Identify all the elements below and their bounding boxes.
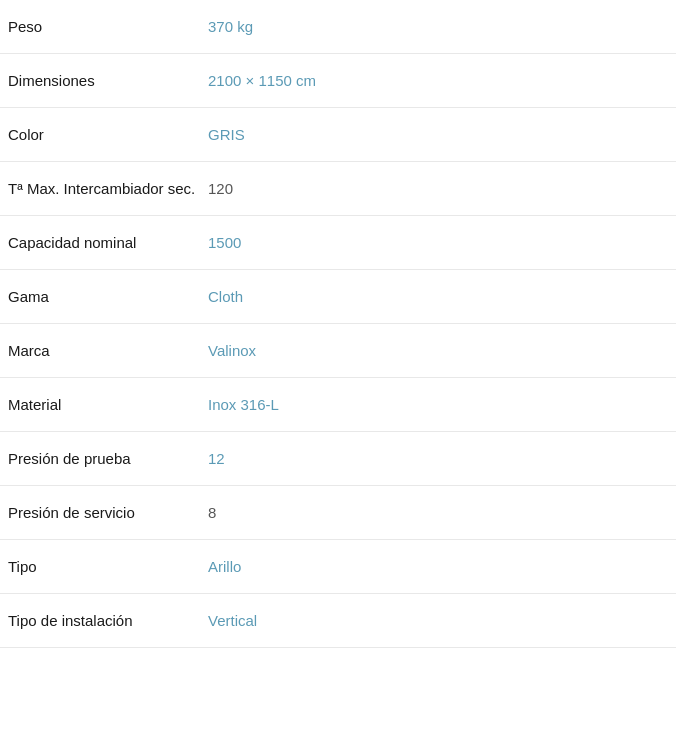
spec-label: Capacidad nominal bbox=[8, 234, 208, 251]
spec-label: Tipo bbox=[8, 558, 208, 575]
table-row: Presión de servicio8 bbox=[0, 486, 676, 540]
table-row: GamaCloth bbox=[0, 270, 676, 324]
table-row: Presión de prueba12 bbox=[0, 432, 676, 486]
table-row: Dimensiones2100 × 1150 cm bbox=[0, 54, 676, 108]
spec-value: 12 bbox=[208, 450, 225, 467]
table-row: MarcaValinox bbox=[0, 324, 676, 378]
spec-value: GRIS bbox=[208, 126, 245, 143]
spec-label: Dimensiones bbox=[8, 72, 208, 89]
spec-value: Cloth bbox=[208, 288, 243, 305]
spec-value: Arillo bbox=[208, 558, 241, 575]
spec-label: Marca bbox=[8, 342, 208, 359]
spec-value: Vertical bbox=[208, 612, 257, 629]
spec-label: Presión de servicio bbox=[8, 504, 208, 521]
spec-value: Inox 316-L bbox=[208, 396, 279, 413]
spec-label: Peso bbox=[8, 18, 208, 35]
table-row: Tª Max. Intercambiador sec.120 bbox=[0, 162, 676, 216]
table-row: Peso370 kg bbox=[0, 0, 676, 54]
table-row: MaterialInox 316-L bbox=[0, 378, 676, 432]
spec-label: Tipo de instalación bbox=[8, 612, 208, 629]
table-row: Tipo de instalaciónVertical bbox=[0, 594, 676, 648]
spec-value: 2100 × 1150 cm bbox=[208, 72, 316, 89]
spec-label: Tª Max. Intercambiador sec. bbox=[8, 180, 208, 197]
spec-label: Material bbox=[8, 396, 208, 413]
spec-label: Color bbox=[8, 126, 208, 143]
table-row: TipoArillo bbox=[0, 540, 676, 594]
spec-value: 370 kg bbox=[208, 18, 253, 35]
spec-label: Presión de prueba bbox=[8, 450, 208, 467]
table-row: ColorGRIS bbox=[0, 108, 676, 162]
specs-table: Peso370 kgDimensiones2100 × 1150 cmColor… bbox=[0, 0, 676, 648]
table-row: Capacidad nominal1500 bbox=[0, 216, 676, 270]
spec-label: Gama bbox=[8, 288, 208, 305]
spec-value: 120 bbox=[208, 180, 233, 197]
spec-value: 1500 bbox=[208, 234, 241, 251]
spec-value: Valinox bbox=[208, 342, 256, 359]
spec-value: 8 bbox=[208, 504, 216, 521]
